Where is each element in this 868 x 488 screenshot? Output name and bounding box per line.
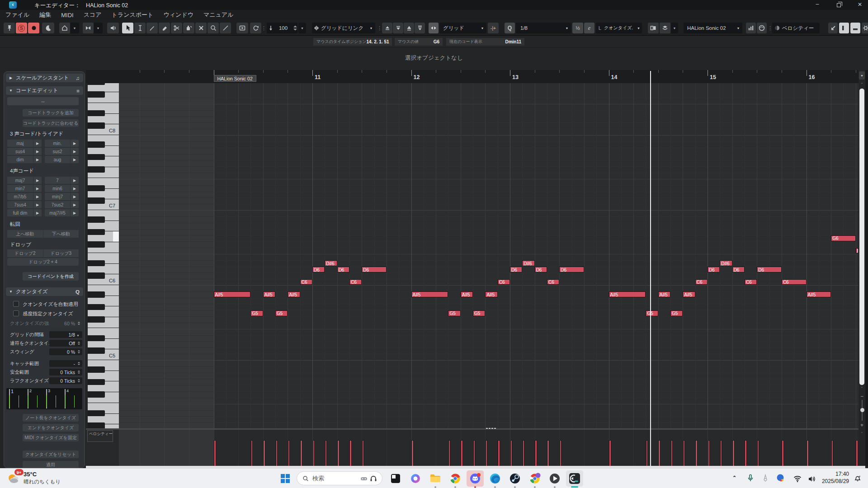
vel-scroll-arrow[interactable]: ˆ bbox=[859, 432, 864, 436]
black-key[interactable] bbox=[88, 379, 105, 385]
midi-note-A#5[interactable]: A#5 bbox=[658, 291, 670, 297]
toolbar-eraser-tool[interactable] bbox=[159, 23, 170, 33]
toolbar-loop-button[interactable] bbox=[250, 23, 261, 33]
toolbar-cursor-tool[interactable] bbox=[122, 23, 133, 33]
midi-note-D#6[interactable]: D#6 bbox=[720, 260, 732, 266]
velocity-bar[interactable] bbox=[695, 440, 698, 466]
velocity-bar[interactable] bbox=[486, 440, 488, 466]
midi-note-D6[interactable]: D6 bbox=[535, 267, 547, 272]
chord-button-triad-1-1[interactable]: sus2▶ bbox=[45, 148, 79, 155]
chord-button-seventh-4-0[interactable]: full dim▶ bbox=[7, 209, 42, 216]
chord-button-seventh-2-0[interactable]: m7/b5▶ bbox=[7, 193, 42, 200]
header-scale-assistant[interactable]: ▶スケールアシスタント♫ bbox=[6, 74, 83, 82]
chord-button-seventh-3-1[interactable]: 7sus2▶ bbox=[45, 201, 79, 208]
toolbar-ibeam-tool[interactable] bbox=[134, 23, 146, 33]
search-box[interactable]: 検索 bbox=[297, 471, 382, 485]
midi-note-D6[interactable]: D6 bbox=[757, 267, 782, 272]
toolbar-pencil-tool[interactable] bbox=[146, 23, 158, 33]
tray-notification-icon[interactable]: z bbox=[854, 474, 862, 482]
midi-note-D#6[interactable]: D#6 bbox=[522, 260, 534, 266]
quantize-ends-button[interactable]: エンドをクオンタイズ bbox=[23, 424, 79, 432]
chord-button-triad-2-1[interactable]: aug▶ bbox=[45, 156, 79, 163]
velocity-bar[interactable] bbox=[560, 440, 562, 466]
menu-item-1[interactable]: 編集 bbox=[39, 11, 51, 19]
black-key[interactable] bbox=[88, 122, 105, 129]
drop2-button[interactable]: ドロップ2 bbox=[7, 249, 43, 257]
midi-note-G5[interactable]: G5 bbox=[646, 310, 658, 316]
soft-quantize-checkbox[interactable] bbox=[13, 310, 19, 316]
velocity-bar[interactable] bbox=[251, 440, 253, 466]
black-key[interactable] bbox=[88, 304, 105, 310]
midi-note-G5[interactable]: G5 bbox=[473, 310, 485, 316]
midi-note-G6[interactable]: G6 bbox=[831, 235, 856, 241]
midi-note-C6[interactable]: C6 bbox=[782, 279, 807, 285]
note-grid[interactable]: A#5G5A#5G5A#5C6D6D#6D6C6D6A#5G5A#5G5A#5C… bbox=[119, 83, 859, 428]
tray-chevron-up[interactable]: ⌃ bbox=[732, 475, 740, 481]
toolbar-setup-toolbar-button[interactable] bbox=[862, 23, 868, 33]
create-chord-event-button[interactable]: コードイベントを作成 bbox=[23, 272, 79, 281]
tray-wifi-icon[interactable] bbox=[793, 474, 802, 483]
grid-interval-field[interactable]: 1/8▼ bbox=[49, 331, 82, 338]
midi-note-C6[interactable]: C6 bbox=[498, 279, 510, 285]
tray-time[interactable]: 17:40 bbox=[819, 471, 849, 477]
velocity-bar[interactable] bbox=[510, 440, 513, 466]
quantize-note-length-button[interactable]: ノート長をクオンタイズ bbox=[23, 414, 79, 422]
black-key[interactable] bbox=[88, 185, 105, 192]
velocity-bar[interactable] bbox=[732, 440, 735, 466]
velocity-bar[interactable] bbox=[609, 440, 611, 466]
midi-note-G5[interactable]: G5 bbox=[448, 310, 460, 316]
velocity-bar[interactable] bbox=[523, 440, 525, 466]
menu-item-6[interactable]: マニュアル bbox=[203, 11, 234, 19]
swing-field[interactable]: 0 % bbox=[49, 348, 82, 355]
velocity-bar[interactable] bbox=[547, 440, 549, 466]
midi-note-D6[interactable]: D6 bbox=[337, 267, 349, 272]
midi-note-A#5[interactable]: A#5 bbox=[214, 291, 251, 297]
toolbar-zoom-tool[interactable] bbox=[208, 23, 219, 33]
taskbar-app-explorer[interactable] bbox=[427, 470, 444, 487]
toolbar-scissors-tool[interactable] bbox=[171, 23, 182, 33]
divider-drag-handle[interactable] bbox=[486, 428, 496, 429]
black-key[interactable] bbox=[88, 260, 105, 267]
tray-mic-icon[interactable] bbox=[746, 474, 755, 483]
toolbar-length-quantize-field[interactable]: Lクオンタイズ.▼ bbox=[596, 23, 642, 33]
black-key[interactable] bbox=[88, 166, 105, 173]
toolbar-glue-tool[interactable] bbox=[183, 23, 194, 33]
match-chord-track-button[interactable]: コードトラックに合わせる bbox=[23, 119, 79, 127]
move-down-chord-button[interactable]: 下へ移動 bbox=[43, 230, 79, 238]
velocity-lane[interactable]: ベロシティー bbox=[86, 430, 859, 466]
tray-volume-icon[interactable] bbox=[807, 474, 816, 483]
toolbar-show-part-borders-button[interactable] bbox=[648, 23, 659, 33]
taskbar-app-dark-app[interactable] bbox=[387, 470, 404, 487]
taskbar-app-copilot[interactable] bbox=[407, 470, 424, 487]
velocity-bar[interactable] bbox=[263, 440, 265, 466]
toolbar-visibility-dropdown[interactable]: ▼ bbox=[94, 23, 103, 33]
chord-button-seventh-1-1[interactable]: min6▶ bbox=[45, 185, 79, 192]
toolbar-record-button[interactable] bbox=[28, 23, 39, 33]
tray-pen-icon[interactable] bbox=[761, 474, 769, 482]
toolbar-part-list-dropdown[interactable]: ▼ bbox=[671, 23, 678, 33]
midi-note-D6[interactable]: D6 bbox=[362, 267, 387, 272]
taskbar-app-edge[interactable] bbox=[486, 470, 504, 487]
tray-app-icon[interactable] bbox=[776, 474, 785, 483]
chord-button-seventh-3-0[interactable]: 7sus4▶ bbox=[7, 201, 42, 208]
weather-desc[interactable]: 晴れのちくもり bbox=[24, 479, 61, 485]
velocity-bar[interactable] bbox=[337, 440, 340, 466]
reset-quantize-button[interactable]: クオンタイズをリセット bbox=[23, 450, 79, 458]
scroll-up-arrow[interactable]: ˆ bbox=[859, 82, 864, 87]
midi-note-D6[interactable]: D6 bbox=[510, 267, 522, 272]
toolbar-snap-type-field[interactable]: グリッド▼ bbox=[439, 23, 486, 33]
menu-item-5[interactable]: ウィンドウ bbox=[163, 11, 193, 19]
velocity-bar[interactable] bbox=[671, 440, 673, 466]
vertical-scrollbar-thumb[interactable] bbox=[859, 89, 864, 385]
velocity-bar[interactable] bbox=[313, 440, 315, 466]
velocity-bar[interactable] bbox=[782, 440, 784, 466]
add-chord-track-button[interactable]: コードトラックを追加 bbox=[23, 109, 79, 117]
midi-note-C6[interactable]: C6 bbox=[695, 279, 708, 285]
velocity-bar[interactable] bbox=[448, 440, 451, 466]
midi-note-G5[interactable]: G5 bbox=[275, 310, 288, 316]
chord-button-triad-0-1[interactable]: min.▶ bbox=[45, 140, 79, 147]
midi-note-C6[interactable]: C6 bbox=[349, 279, 362, 285]
black-key[interactable] bbox=[88, 216, 105, 223]
velocity-bar[interactable] bbox=[683, 440, 685, 466]
scroll-down-arrow[interactable]: ˇ bbox=[859, 386, 864, 391]
